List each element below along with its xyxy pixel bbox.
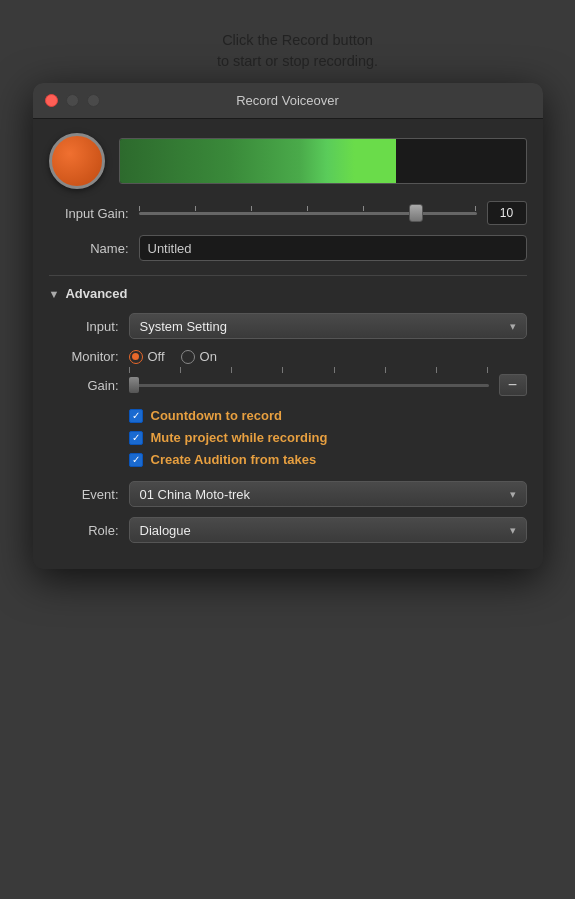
chevron-down-icon: ▾ bbox=[510, 320, 516, 333]
tick bbox=[139, 206, 140, 211]
tick bbox=[363, 206, 364, 211]
event-dropdown[interactable]: 01 China Moto-trek ▾ bbox=[129, 481, 527, 507]
checkmark-icon: ✓ bbox=[132, 411, 140, 421]
advanced-section-header[interactable]: ▼ Advanced bbox=[49, 286, 527, 301]
role-label: Role: bbox=[49, 523, 129, 538]
role-row: Role: Dialogue ▾ bbox=[49, 517, 527, 543]
tick bbox=[307, 206, 308, 211]
divider bbox=[49, 275, 527, 276]
checkmark-icon: ✓ bbox=[132, 433, 140, 443]
mute-label: Mute project while recording bbox=[151, 430, 328, 445]
adv-gain-thumb[interactable] bbox=[129, 377, 139, 393]
input-gain-label: Input Gain: bbox=[49, 206, 139, 221]
checkbox-row-mute[interactable]: ✓ Mute project while recording bbox=[129, 430, 527, 445]
adv-tick bbox=[487, 367, 488, 373]
monitor-label: Monitor: bbox=[49, 349, 129, 364]
minus-button[interactable]: − bbox=[499, 374, 527, 396]
adv-tick bbox=[436, 367, 437, 373]
maximize-button[interactable] bbox=[87, 94, 100, 107]
countdown-checkbox[interactable]: ✓ bbox=[129, 409, 143, 423]
monitor-on-option[interactable]: On bbox=[181, 349, 217, 364]
event-label: Event: bbox=[49, 487, 129, 502]
tick bbox=[251, 206, 252, 211]
radio-dot bbox=[132, 353, 139, 360]
input-gain-row: Input Gain: 10 bbox=[49, 201, 527, 225]
adv-tick-marks bbox=[129, 367, 489, 373]
adv-tick bbox=[180, 367, 181, 373]
countdown-label: Countdown to record bbox=[151, 408, 282, 423]
adv-gain-row: Gain: − bbox=[49, 374, 527, 396]
monitor-off-option[interactable]: Off bbox=[129, 349, 165, 364]
monitor-on-label: On bbox=[200, 349, 217, 364]
input-gain-slider-container bbox=[139, 203, 477, 223]
adv-gain-slider-container bbox=[129, 375, 489, 395]
traffic-lights bbox=[45, 94, 100, 107]
title-bar: Record Voiceover bbox=[33, 83, 543, 119]
level-meter bbox=[119, 138, 527, 184]
window-title: Record Voiceover bbox=[236, 93, 339, 108]
tooltip: Click the Record button to start or stop… bbox=[0, 20, 575, 83]
record-button[interactable] bbox=[49, 133, 105, 189]
record-voiceover-window: Record Voiceover Input Gain: bbox=[33, 83, 543, 569]
adv-gain-label: Gain: bbox=[49, 378, 129, 393]
input-dropdown[interactable]: System Setting ▾ bbox=[129, 313, 527, 339]
role-dropdown[interactable]: Dialogue ▾ bbox=[129, 517, 527, 543]
chevron-down-icon: ▾ bbox=[510, 488, 516, 501]
input-gain-thumb[interactable] bbox=[409, 204, 423, 222]
event-dropdown-value: 01 China Moto-trek bbox=[140, 487, 251, 502]
input-gain-value[interactable]: 10 bbox=[487, 201, 527, 225]
triangle-icon: ▼ bbox=[49, 288, 60, 300]
tick bbox=[195, 206, 196, 211]
input-label: Input: bbox=[49, 319, 129, 334]
monitor-on-radio[interactable] bbox=[181, 350, 195, 364]
adv-tick bbox=[129, 367, 130, 373]
window-content: Input Gain: 10 N bbox=[33, 119, 543, 569]
tick bbox=[475, 206, 476, 211]
adv-tick bbox=[231, 367, 232, 373]
advanced-title: Advanced bbox=[65, 286, 127, 301]
name-row: Name: bbox=[49, 235, 527, 261]
event-row: Event: 01 China Moto-trek ▾ bbox=[49, 481, 527, 507]
monitor-off-label: Off bbox=[148, 349, 165, 364]
adv-tick bbox=[334, 367, 335, 373]
close-button[interactable] bbox=[45, 94, 58, 107]
audition-label: Create Audition from takes bbox=[151, 452, 317, 467]
monitor-off-radio[interactable] bbox=[129, 350, 143, 364]
name-label: Name: bbox=[49, 241, 139, 256]
adv-tick bbox=[385, 367, 386, 373]
name-input[interactable] bbox=[139, 235, 527, 261]
role-dropdown-value: Dialogue bbox=[140, 523, 191, 538]
chevron-down-icon: ▾ bbox=[510, 524, 516, 537]
record-section bbox=[49, 133, 527, 189]
input-row: Input: System Setting ▾ bbox=[49, 313, 527, 339]
monitor-row: Monitor: Off On bbox=[49, 349, 527, 364]
monitor-radio-group: Off On bbox=[129, 349, 217, 364]
input-gain-track bbox=[139, 212, 477, 215]
input-dropdown-value: System Setting bbox=[140, 319, 227, 334]
tooltip-text: Click the Record button to start or stop… bbox=[217, 32, 378, 69]
adv-tick bbox=[282, 367, 283, 373]
checkbox-row-countdown[interactable]: ✓ Countdown to record bbox=[129, 408, 527, 423]
minimize-button[interactable] bbox=[66, 94, 79, 107]
tick-marks bbox=[139, 206, 477, 211]
mute-checkbox[interactable]: ✓ bbox=[129, 431, 143, 445]
level-meter-fill bbox=[120, 139, 396, 183]
adv-gain-track bbox=[129, 384, 489, 387]
checkmark-icon: ✓ bbox=[132, 455, 140, 465]
checkbox-section: ✓ Countdown to record ✓ Mute project whi… bbox=[129, 408, 527, 467]
checkbox-row-audition[interactable]: ✓ Create Audition from takes bbox=[129, 452, 527, 467]
audition-checkbox[interactable]: ✓ bbox=[129, 453, 143, 467]
